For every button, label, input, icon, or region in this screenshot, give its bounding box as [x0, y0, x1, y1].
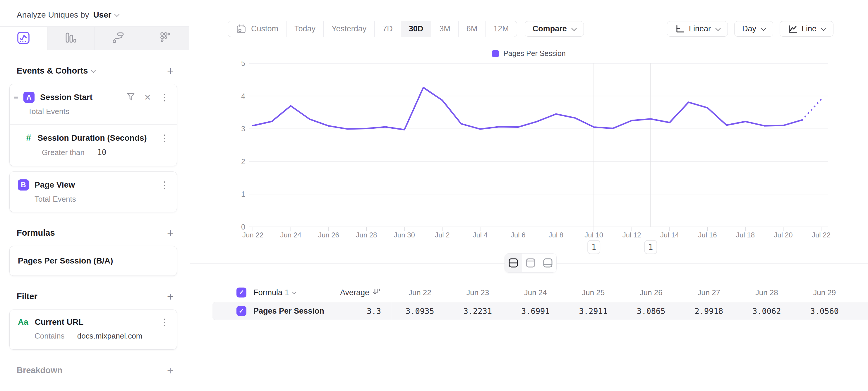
chevron-down-icon — [761, 26, 766, 31]
date-column-headers: Jun 22 Jun 23 Jun 24 Jun 25 Jun 26 Jun 2… — [391, 288, 854, 297]
event-row: ≡ A Session Start ✕ ⋮ — [10, 84, 177, 103]
formula-column-header[interactable]: Formula1 — [253, 288, 289, 297]
filter-card-current-url[interactable]: Aa Current URL ⋮ Contains docs.mixpanel.… — [9, 309, 177, 350]
select-all-checkbox[interactable]: ✓ — [237, 287, 246, 298]
svg-text:3: 3 — [241, 124, 245, 133]
range-custom[interactable]: Custom — [228, 21, 286, 37]
svg-text:Jun 24: Jun 24 — [280, 231, 301, 239]
chart-type-dropdown[interactable]: Line — [780, 21, 834, 37]
event-card-session-start[interactable]: ≡ A Session Start ✕ ⋮ Total Event — [9, 84, 177, 166]
event-aggregation[interactable]: Total Events — [10, 103, 177, 124]
formulas-section-header: Formulas + — [17, 228, 174, 238]
kebab-menu-icon[interactable]: ⋮ — [160, 93, 169, 102]
table-only-view-icon — [542, 257, 554, 269]
chart-settings: Linear Day Line — [667, 21, 834, 37]
analyze-value-dropdown[interactable]: User — [93, 10, 111, 20]
add-filter-button[interactable]: + — [167, 292, 174, 301]
row-checkbox[interactable]: ✓ — [237, 306, 246, 316]
chart-only-view-icon — [524, 257, 537, 269]
average-value-cell: 3.3 — [367, 307, 381, 316]
svg-text:Jul 6: Jul 6 — [511, 231, 526, 239]
event-title[interactable]: Session Start — [40, 93, 92, 102]
range-6m[interactable]: 6M — [459, 21, 486, 37]
svg-text:1: 1 — [591, 243, 596, 251]
scale-dropdown[interactable]: Linear — [667, 21, 728, 37]
value-cell: 3.2231 — [449, 307, 507, 316]
svg-text:Jul 16: Jul 16 — [698, 231, 717, 239]
tab-funnels[interactable] — [48, 27, 95, 50]
property-title[interactable]: Session Duration (Seconds) — [37, 133, 147, 143]
flows-icon — [112, 31, 125, 46]
filter-property-title[interactable]: Current URL — [35, 317, 84, 327]
formula-card[interactable]: Pages Per Session (B/A) — [9, 246, 177, 276]
range-3m[interactable]: 3M — [431, 21, 459, 37]
retention-dots-icon — [159, 31, 173, 46]
date-column-header: Jun 23 — [449, 288, 507, 297]
range-yesterday[interactable]: Yesterday — [324, 21, 375, 37]
svg-text:Jul 20: Jul 20 — [774, 231, 793, 239]
svg-text:2: 2 — [241, 158, 245, 166]
operator-value[interactable]: 10 — [97, 148, 106, 157]
events-cohorts-title: Events & Cohorts — [17, 66, 88, 76]
event-letter-badge: B — [18, 179, 29, 191]
tab-retention[interactable] — [142, 27, 189, 50]
event-aggregation[interactable]: Total Events — [10, 191, 177, 212]
kebab-menu-icon[interactable]: ⋮ — [160, 318, 169, 327]
value-cell: 3.0935 — [391, 307, 449, 316]
operator-label[interactable]: Greater than — [42, 148, 85, 157]
formulas-title: Formulas — [17, 228, 55, 238]
range-today[interactable]: Today — [286, 21, 324, 37]
remove-event-icon[interactable]: ✕ — [144, 93, 151, 102]
value-cell: 3.6991 — [506, 307, 564, 316]
tab-insights[interactable] — [0, 27, 48, 50]
analyze-label: Analyze Uniques by — [17, 10, 89, 20]
filter-funnel-icon[interactable] — [126, 92, 135, 103]
table-column-divider — [391, 281, 391, 320]
chevron-down-icon[interactable] — [91, 67, 96, 73]
table-only-view-button[interactable] — [539, 254, 556, 272]
compare-button[interactable]: Compare — [525, 21, 584, 37]
tab-flows[interactable] — [95, 27, 142, 50]
granularity-dropdown[interactable]: Day — [734, 21, 773, 37]
line-chart[interactable]: 012345Jun 22Jun 24Jun 26Jun 28Jun 30Jul … — [190, 41, 868, 264]
kebab-menu-icon[interactable]: ⋮ — [160, 180, 169, 189]
kebab-menu-icon[interactable]: ⋮ — [160, 134, 169, 142]
table-header-row: ✓ Formula1 Average J — [190, 283, 868, 302]
property-row: # Session Duration (Seconds) ⋮ — [10, 124, 177, 143]
add-event-button[interactable]: + — [167, 66, 174, 75]
property-condition[interactable]: Greater than 10 — [10, 143, 177, 166]
svg-text:1: 1 — [649, 243, 653, 251]
operator-value[interactable]: docs.mixpanel.com — [77, 332, 143, 340]
line-chart-svg[interactable]: 012345Jun 22Jun 24Jun 26Jun 28Jun 30Jul … — [190, 41, 868, 264]
filter-title: Filter — [17, 291, 37, 301]
range-12m[interactable]: 12M — [486, 21, 517, 37]
split-view-icon — [507, 257, 520, 269]
svg-text:Jun 28: Jun 28 — [356, 231, 377, 239]
range-7d[interactable]: 7D — [375, 21, 401, 37]
svg-text:Jul 2: Jul 2 — [435, 231, 450, 239]
calendar-icon — [236, 24, 246, 34]
chart-toolbar: Custom Today Yesterday 7D 30D 3M 6M 12M … — [190, 21, 868, 37]
svg-text:Jun 26: Jun 26 — [318, 231, 339, 239]
sort-descending-icon[interactable] — [372, 287, 381, 298]
svg-text:Jul 4: Jul 4 — [473, 231, 488, 239]
add-breakdown-button[interactable]: + — [167, 366, 174, 375]
event-title[interactable]: Page View — [34, 180, 75, 190]
analyze-header: Analyze Uniques by User — [0, 3, 189, 27]
add-formula-button[interactable]: + — [167, 229, 174, 238]
chevron-down-icon — [715, 26, 720, 31]
svg-text:0: 0 — [241, 223, 245, 231]
event-card-page-view[interactable]: B Page View ⋮ Total Events — [9, 171, 177, 212]
range-30d[interactable]: 30D — [401, 21, 432, 37]
chart-only-view-button[interactable] — [522, 254, 539, 272]
average-column-header[interactable]: Average — [340, 287, 381, 298]
date-column-header: Jun 26 — [622, 288, 680, 297]
table-row[interactable]: ✓ Pages Per Session 3.3 3.0935 3.2231 3.… — [190, 302, 868, 320]
split-view-button[interactable] — [505, 254, 522, 272]
sidebar-body: Events & Cohorts + ≡ A Session Start — [0, 66, 189, 375]
breakdown-section-header: Breakdown + — [17, 365, 174, 375]
svg-text:Jul 22: Jul 22 — [812, 231, 831, 239]
operator-label[interactable]: Contains — [34, 332, 65, 340]
drag-handle-icon[interactable]: ≡ — [14, 94, 22, 100]
filter-condition[interactable]: Contains docs.mixpanel.com — [10, 327, 177, 350]
